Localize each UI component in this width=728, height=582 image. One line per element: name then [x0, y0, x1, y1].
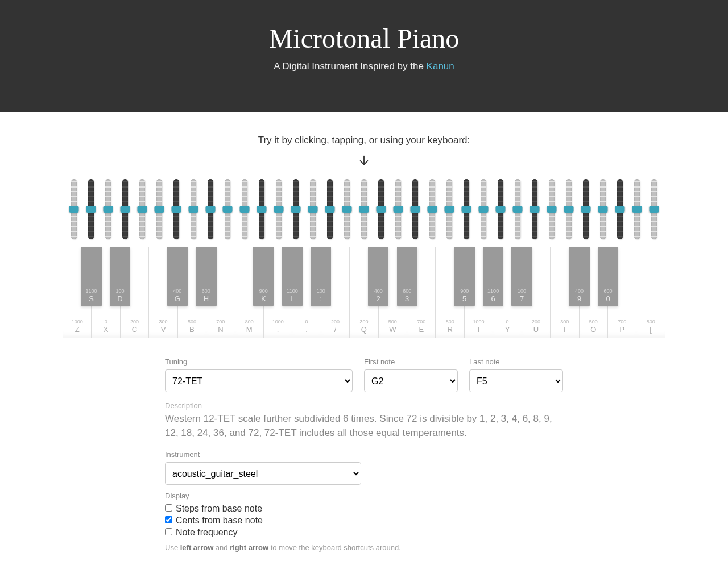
- slider-thumb[interactable]: [86, 206, 96, 213]
- tuning-slider[interactable]: [202, 179, 218, 239]
- key-cents: 1100: [487, 289, 499, 294]
- slider-thumb[interactable]: [462, 206, 471, 213]
- last-note-select[interactable]: F5: [469, 369, 563, 392]
- slider-thumb[interactable]: [479, 206, 489, 213]
- tuning-slider[interactable]: [510, 179, 526, 239]
- slider-thumb[interactable]: [274, 206, 284, 213]
- slider-thumb[interactable]: [411, 206, 420, 213]
- kanun-link[interactable]: Kanun: [427, 61, 454, 72]
- tuning-slider[interactable]: [237, 179, 253, 239]
- black-key[interactable]: 9005: [454, 247, 474, 306]
- slider-thumb[interactable]: [394, 206, 403, 213]
- display-freq-option[interactable]: Note frequency: [165, 527, 563, 538]
- tuning-slider[interactable]: [441, 179, 457, 239]
- display-steps-checkbox[interactable]: [165, 504, 172, 512]
- slider-thumb[interactable]: [428, 206, 437, 213]
- slider-thumb[interactable]: [598, 206, 608, 213]
- tuning-slider[interactable]: [646, 179, 662, 239]
- white-key[interactable]: 800[: [636, 247, 665, 338]
- tuning-slider[interactable]: [458, 179, 474, 239]
- black-key[interactable]: 100;: [311, 247, 331, 306]
- tuning-slider[interactable]: [305, 179, 321, 239]
- black-key[interactable]: 11006: [483, 247, 503, 306]
- tuning-slider[interactable]: [475, 179, 491, 239]
- slider-thumb[interactable]: [155, 206, 164, 213]
- slider-thumb[interactable]: [240, 206, 250, 213]
- key-cents: 900: [460, 289, 469, 294]
- tuning-slider[interactable]: [561, 179, 577, 239]
- slider-thumb[interactable]: [308, 206, 318, 213]
- tuning-slider[interactable]: [629, 179, 645, 239]
- tuning-slider[interactable]: [356, 179, 372, 239]
- slider-thumb[interactable]: [564, 206, 574, 213]
- instrument-select[interactable]: acoustic_guitar_steel: [165, 462, 361, 485]
- slider-thumb[interactable]: [172, 206, 181, 213]
- tuning-slider[interactable]: [271, 179, 287, 239]
- slider-thumb[interactable]: [223, 206, 233, 213]
- slider-thumb[interactable]: [581, 206, 591, 213]
- tuning-slider[interactable]: [612, 179, 628, 239]
- tuning-slider[interactable]: [339, 179, 355, 239]
- slider-thumb[interactable]: [189, 206, 198, 213]
- tuning-slider[interactable]: [288, 179, 304, 239]
- slider-thumb[interactable]: [104, 206, 113, 213]
- slider-thumb[interactable]: [257, 206, 267, 213]
- tuning-slider[interactable]: [254, 179, 270, 239]
- black-key[interactable]: 6003: [397, 247, 417, 306]
- display-cents-option[interactable]: Cents from base note: [165, 516, 563, 526]
- slider-thumb[interactable]: [632, 206, 642, 213]
- first-note-select[interactable]: G2: [364, 369, 458, 392]
- slider-thumb[interactable]: [377, 206, 386, 213]
- slider-thumb[interactable]: [615, 206, 625, 213]
- key-cents: 200: [532, 319, 540, 325]
- tuning-slider[interactable]: [168, 179, 184, 239]
- slider-thumb[interactable]: [138, 206, 147, 213]
- tuning-select[interactable]: 72-TET: [165, 369, 353, 392]
- tuning-slider[interactable]: [424, 179, 440, 239]
- tuning-slider[interactable]: [220, 179, 235, 239]
- tuning-slider[interactable]: [595, 179, 611, 239]
- slider-thumb[interactable]: [291, 206, 301, 213]
- tuning-slider[interactable]: [493, 179, 508, 239]
- black-key[interactable]: 900K: [253, 247, 274, 306]
- tuning-slider[interactable]: [100, 179, 116, 239]
- tuning-slider[interactable]: [134, 179, 150, 239]
- black-key[interactable]: 6000: [598, 247, 618, 306]
- slider-thumb[interactable]: [69, 206, 79, 213]
- tuning-slider[interactable]: [117, 179, 133, 239]
- black-key[interactable]: 4002: [368, 247, 388, 306]
- tuning-slider[interactable]: [322, 179, 338, 239]
- slider-thumb[interactable]: [359, 206, 369, 213]
- slider-thumb[interactable]: [121, 206, 130, 213]
- tuning-slider[interactable]: [390, 179, 406, 239]
- slider-thumb[interactable]: [650, 206, 659, 213]
- slider-thumb[interactable]: [445, 206, 454, 213]
- slider-thumb[interactable]: [325, 206, 335, 213]
- slider-thumb[interactable]: [206, 206, 216, 213]
- tuning-slider[interactable]: [185, 179, 201, 239]
- slider-thumb[interactable]: [496, 206, 506, 213]
- display-freq-checkbox[interactable]: [165, 528, 172, 535]
- tuning-slider[interactable]: [83, 179, 99, 239]
- slider-thumb[interactable]: [530, 206, 540, 213]
- slider-thumb[interactable]: [342, 206, 352, 213]
- slider-thumb[interactable]: [513, 206, 523, 213]
- black-key[interactable]: 600H: [196, 247, 216, 306]
- black-key[interactable]: 1007: [511, 247, 532, 306]
- slider-thumb[interactable]: [547, 206, 557, 213]
- black-key[interactable]: 1100S: [81, 247, 101, 306]
- main-content: Try it by clicking, tapping, or using yo…: [51, 112, 677, 575]
- black-key[interactable]: 100D: [110, 247, 130, 306]
- tuning-slider[interactable]: [151, 179, 167, 239]
- black-key[interactable]: 1100L: [282, 247, 303, 306]
- tuning-slider[interactable]: [407, 179, 423, 239]
- tuning-slider[interactable]: [66, 179, 82, 239]
- tuning-slider[interactable]: [578, 179, 594, 239]
- black-key[interactable]: 400G: [167, 247, 188, 306]
- black-key[interactable]: 4009: [569, 247, 589, 306]
- tuning-slider[interactable]: [544, 179, 560, 239]
- display-cents-checkbox[interactable]: [165, 516, 172, 523]
- display-steps-option[interactable]: Steps from base note: [165, 504, 563, 514]
- tuning-slider[interactable]: [373, 179, 389, 239]
- tuning-slider[interactable]: [527, 179, 543, 239]
